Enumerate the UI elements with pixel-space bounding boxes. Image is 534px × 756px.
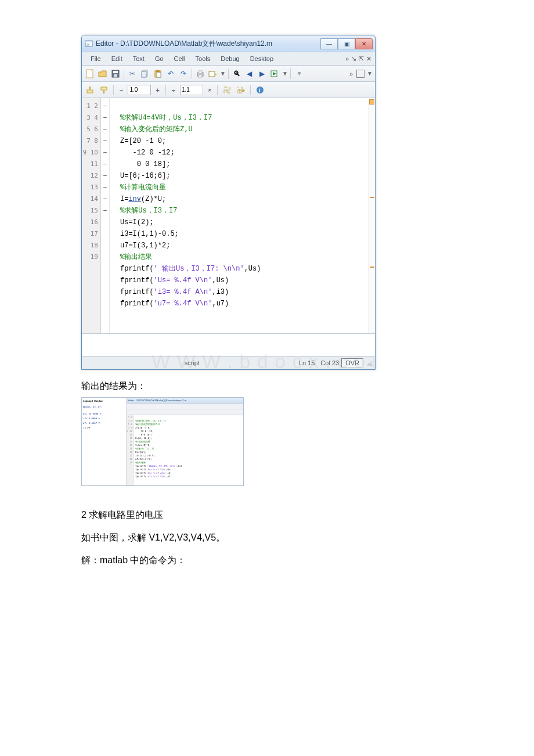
doc-line-problem: 2 求解电路里的电压: [81, 509, 459, 521]
find-icon[interactable]: 🔍︎: [231, 68, 243, 80]
menu-edit[interactable]: Edit: [106, 54, 128, 63]
eval-advance-icon[interactable]: %: [235, 84, 247, 96]
code-marker-icon[interactable]: [370, 267, 374, 268]
svg-rect-1: [85, 41, 92, 42]
svg-rect-8: [114, 74, 117, 77]
cell-insert-above-icon[interactable]: [84, 84, 96, 96]
app-icon: [84, 39, 93, 48]
code-marker-icon[interactable]: [370, 197, 374, 198]
toolbar-box-dropdown-icon[interactable]: ▼: [367, 70, 373, 77]
thumb-prompt: fx >>: [83, 426, 125, 430]
marker-bar[interactable]: [369, 98, 375, 333]
copy-icon[interactable]: [139, 68, 151, 80]
run-icon[interactable]: [269, 68, 281, 80]
svg-text:%: %: [225, 88, 229, 93]
menu-cell[interactable]: Cell: [169, 54, 190, 63]
cell-factor-input[interactable]: [128, 85, 151, 95]
cell-insert-below-icon[interactable]: [98, 84, 110, 96]
thumb-cmd-header: Command Window: [83, 399, 125, 404]
title-bar[interactable]: Editor - D:\TDDOWNLOAD\Matlab文件\wade\shi…: [82, 35, 375, 52]
svg-rect-15: [199, 71, 202, 73]
code-editor[interactable]: %求解U4=4V时，Us，I3，I7 %输入变化后的矩阵Z,U Z=[20 -1…: [110, 98, 375, 333]
menu-tools[interactable]: Tools: [190, 54, 216, 63]
svg-text:i: i: [259, 87, 261, 93]
undo-icon[interactable]: ↶: [165, 68, 176, 80]
menu-desktop[interactable]: Desktop: [245, 54, 279, 63]
toolbar-box-icon[interactable]: [356, 70, 365, 78]
main-toolbar: ✂ ↶ ↷ ▼ 🔍︎ ◀ ▶ ▼ ▼ » ▼: [82, 66, 375, 82]
paste-icon[interactable]: [152, 68, 164, 80]
toolbar-dropdown-icon[interactable]: ▼: [293, 70, 306, 77]
close-panel-icon[interactable]: ✕: [366, 55, 371, 63]
dock-arrow-icon[interactable]: ↘: [351, 55, 356, 63]
thumbnail-screenshot: Command Window 输出Us，I3，I7: Us= 14.0000 V…: [81, 397, 244, 486]
menu-text[interactable]: Text: [128, 54, 150, 63]
code-warning-indicator[interactable]: [369, 99, 374, 105]
thumb-gutter: 1 2 3 4 5 6 7 8 9 10 11 12 13 14 15 16 1…: [127, 415, 134, 485]
svg-rect-12: [156, 70, 160, 72]
svg-rect-20: [87, 90, 93, 93]
doc-line-solution: 解：matlab 中的命令为：: [81, 555, 459, 567]
doc-line-output: 输出的结果为：: [81, 380, 459, 393]
status-ln: 15: [308, 359, 315, 366]
thumb-cmd-line: Us= 14.0000 V: [83, 412, 125, 416]
line-gutter: 1 2 3 4 5 6 7 8 9 10 11 12 13 14 15 16 1…: [82, 98, 101, 333]
nav-fwd-icon[interactable]: ▶: [257, 68, 268, 80]
cell-plus-icon[interactable]: +: [153, 87, 161, 93]
cell-toolbar: − + ÷ × % % i: [82, 82, 375, 98]
run-dropdown-icon[interactable]: ▼: [282, 70, 288, 77]
fold-column[interactable]: − − − − − − − − − −: [101, 98, 110, 333]
nav-back-icon[interactable]: ◀: [244, 68, 255, 80]
new-file-icon[interactable]: [84, 68, 96, 80]
svg-rect-21: [89, 87, 91, 89]
thumb-toolbar2: [127, 409, 243, 415]
save-file-icon[interactable]: [110, 68, 121, 80]
minimize-button[interactable]: —: [320, 38, 338, 49]
maximize-button[interactable]: ▣: [338, 38, 355, 49]
svg-rect-7: [113, 71, 118, 73]
svg-rect-10: [142, 71, 146, 77]
menu-debug[interactable]: Debug: [215, 54, 244, 63]
code-area[interactable]: 1 2 3 4 5 6 7 8 9 10 11 12 13 14 15 16 1…: [82, 98, 375, 334]
thumb-title-text: Editor - D:\TDDOWNLOAD\Matlab文件\wade\shi…: [128, 399, 186, 402]
svg-rect-22: [101, 87, 107, 90]
print-icon[interactable]: [194, 68, 206, 80]
cut-icon[interactable]: ✂: [127, 68, 138, 80]
menu-bar: File Edit Text Go Cell Tools Debug Deskt…: [82, 52, 375, 66]
redo-icon[interactable]: ↷: [178, 68, 189, 80]
svg-rect-17: [209, 71, 215, 77]
cell-times-icon[interactable]: ×: [205, 87, 214, 93]
dropdown-icon[interactable]: ▼: [220, 70, 226, 77]
status-script: script: [85, 359, 299, 366]
thumb-code: %求解U4=4V时，Us，I3，I7 %输入变化后的矩阵Z,U Z=[20 -1…: [134, 415, 243, 485]
thumb-command-window: Command Window 输出Us，I3，I7: Us= 14.0000 V…: [82, 398, 127, 485]
status-bar: script Ln 15 Col 23 OVR: [82, 356, 375, 369]
status-ln-label: Ln: [299, 359, 306, 366]
status-mode: OVR: [341, 358, 363, 368]
editor-window: Editor - D:\TDDOWNLOAD\Matlab文件\wade\shi…: [81, 35, 376, 370]
thumb-toolbar: [127, 404, 243, 409]
help-icon[interactable]: i: [254, 84, 266, 96]
menu-file[interactable]: File: [85, 54, 106, 63]
doc-line-figure: 如书中图，求解 V1,V2,V3,V4,V5。: [81, 532, 459, 544]
cell-factor2-input[interactable]: [180, 85, 203, 95]
svg-text:%: %: [238, 88, 243, 93]
status-col-label: Col: [320, 359, 330, 366]
svg-marker-28: [243, 89, 245, 92]
cell-minus-icon[interactable]: −: [117, 87, 125, 93]
eval-cell-icon[interactable]: %: [221, 84, 233, 96]
resize-grip-icon[interactable]: [366, 360, 371, 366]
window-title: Editor - D:\TDDOWNLOAD\Matlab文件\wade\shi…: [96, 39, 320, 49]
undock-icon[interactable]: ⇱: [359, 55, 364, 63]
cell-div-icon[interactable]: ÷: [169, 87, 178, 93]
status-col: 23: [332, 359, 339, 366]
open-file-icon[interactable]: [97, 68, 109, 80]
svg-rect-23: [103, 91, 104, 93]
menu-more-icon[interactable]: »: [345, 55, 349, 62]
publish-icon[interactable]: [207, 68, 219, 80]
toolbar-more-icon[interactable]: »: [349, 70, 353, 77]
menu-go[interactable]: Go: [150, 54, 169, 63]
svg-rect-16: [199, 75, 202, 77]
thumb-cmd-line: i3= 0.9000 A: [83, 416, 125, 421]
close-button[interactable]: ✕: [355, 38, 373, 49]
